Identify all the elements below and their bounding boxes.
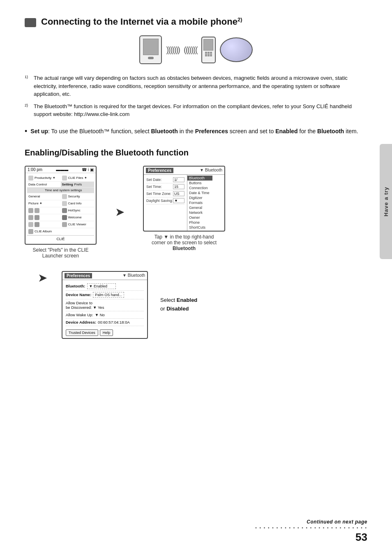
bullet-bold-setup: Set up	[30, 128, 48, 134]
launcher-clie-viewer: CLIE Viewer	[61, 221, 95, 228]
trusted-devices-btn[interactable]: Trusted Devices	[66, 329, 98, 336]
launcher-icon-b	[35, 208, 39, 213]
devname-value[interactable]: Palm OS hand...	[93, 292, 124, 298]
address-value: 00:60:57:04:18:0A	[98, 320, 130, 324]
launcher-general: General	[27, 193, 61, 200]
bullet-bold-preferences: Preferences	[195, 128, 228, 134]
pda-statusbar: 1:00 pm ▬▬▬ ☎ i ▣	[25, 167, 96, 173]
prefs-menu: Bluetooth Buttons Connection Date & Time…	[187, 175, 212, 231]
launcher-grid: Productivity ✦ CLIE Files ✦ Data Control…	[27, 175, 94, 235]
globe-illustration	[220, 37, 253, 62]
pda-footer: CLIÉ	[27, 235, 94, 242]
menu-item-formats[interactable]: Formats	[187, 200, 212, 205]
launcher-icon-card	[62, 201, 67, 206]
help-btn[interactable]: Help	[100, 329, 113, 336]
launcher-icon-ca	[28, 229, 33, 234]
launcher-icon-cv	[62, 222, 67, 227]
launcher-icon-e	[28, 222, 33, 227]
launcher-productivity: Productivity ✦	[27, 175, 61, 182]
prefs2-header-right: ▼ Bluetooth	[122, 273, 145, 278]
footnote-2-text: The Bluetooth™ function is required for …	[34, 102, 367, 118]
discover-label2: be Discovered:	[66, 305, 92, 310]
phone-screen-illustration	[203, 39, 213, 51]
launcher-clie-files: CLIE Files ✦	[61, 175, 95, 182]
prefs2-body: Bluetooth: ▼ Enabled Device Name: Palm O…	[62, 280, 147, 338]
footnote-1-num: 1)	[25, 74, 34, 98]
prefs-fields: Set Date: 1/ Set Time: 15 Set Time Zone:…	[144, 175, 187, 231]
prefs-header: Preferences ▼ Bluetooth	[144, 167, 224, 175]
footnotes: 1) The actual range will vary depending …	[25, 74, 367, 118]
prefs-field-timezone: Set Time Zone: US	[146, 190, 184, 197]
pda-body: Productivity ✦ CLIE Files ✦ Data Control…	[25, 173, 96, 244]
footnote-1: 1) The actual range will vary depending …	[25, 74, 367, 98]
launcher-icon-2	[62, 176, 67, 181]
illustration: ))))))) (((((((	[25, 35, 367, 64]
pda-screen-illustration	[143, 39, 159, 55]
launcher-welcome: Welcome	[61, 214, 95, 221]
launcher-card-info: Card Info	[61, 200, 95, 207]
launcher-icon-wlc	[62, 215, 67, 220]
prefs2-header: Preferences ▼ Bluetooth	[62, 272, 147, 280]
launcher-icon-a	[28, 208, 33, 213]
prefs2-field-devname: Device Name: Palm OS hand...	[66, 291, 144, 299]
pda-status-icons: ☎ i ▣	[82, 167, 94, 172]
prefs-panel-2: Preferences ▼ Bluetooth Bluetooth: ▼ Ena…	[62, 271, 148, 339]
menu-item-general[interactable]: General	[187, 205, 212, 210]
devname-label: Device Name:	[66, 292, 91, 297]
launcher-picture: Picture ✦	[27, 200, 61, 207]
launcher-clie-album: CLIE Album	[27, 228, 61, 235]
bt-label: Bluetooth:	[66, 284, 85, 288]
discover-label1: Allow Device to	[66, 301, 92, 305]
prefs2-buttons: Trusted Devices Help	[66, 329, 144, 336]
prefs-header-left: Preferences	[146, 168, 173, 173]
bullet-dot: •	[25, 127, 27, 137]
launcher-icon-d	[35, 215, 39, 220]
side-caption: Select Enabledor Disabled	[160, 296, 197, 313]
prefs-content: Set Date: 1/ Set Time: 15 Set Time Zone:…	[144, 175, 224, 231]
launcher-setting-prefs: Setting Prefs	[61, 182, 95, 188]
menu-item-buttons[interactable]: Buttons	[187, 181, 212, 185]
prefs-panel-1: Preferences ▼ Bluetooth Set Date: 1/ Set…	[143, 166, 225, 232]
screenshot-1-caption: Select "Prefs" in the CLIE Launcher scre…	[25, 247, 97, 259]
bullet-bold-bluetooth2: Bluetooth	[317, 128, 344, 134]
arrow-2: ➤	[38, 271, 47, 285]
screenshots-row-1: 1:00 pm ▬▬▬ ☎ i ▣ Productivity ✦	[25, 166, 367, 259]
menu-item-bluetooth[interactable]: Bluetooth	[187, 176, 212, 181]
bullet-section: • Set up: To use the Bluetooth™ function…	[25, 127, 367, 137]
prefs-field-date: Set Date: 1/	[146, 176, 184, 183]
prefs-header-right: ▼ Bluetooth	[200, 168, 222, 173]
screenshot-3-block: Preferences ▼ Bluetooth Bluetooth: ▼ Ena…	[62, 271, 148, 339]
caption-enabled: Enabled	[177, 297, 198, 303]
footnote-2: 2) The Bluetooth™ function is required f…	[25, 102, 367, 118]
footnote-2-num: 2)	[25, 103, 34, 118]
launcher-icon	[28, 176, 33, 181]
page-title: Connecting to the Internet via a mobile …	[41, 16, 242, 27]
phone-keypad	[205, 52, 212, 56]
phone-illustration	[201, 37, 216, 63]
footnote-1-text: The actual range will vary depending on …	[34, 74, 367, 98]
continued-text: Continued on next page	[255, 519, 367, 525]
prefs2-field-address: Device Address: 00:60:57:04:18:0A	[66, 319, 144, 326]
menu-item-shortcuts[interactable]: ShortCuts	[187, 225, 212, 230]
launcher-icons-row	[27, 207, 61, 214]
launcher-icon-c	[28, 215, 33, 220]
page-footer: Continued on next page • • • • • • • • •…	[255, 519, 367, 544]
menu-item-connection[interactable]: Connection	[187, 185, 212, 190]
launcher-security: Security	[61, 193, 95, 200]
menu-item-network[interactable]: Network	[187, 210, 212, 215]
bt-value[interactable]: ▼ Enabled	[87, 283, 116, 289]
pda-button-illustration	[148, 57, 154, 59]
prefs2-header-left: Preferences	[65, 273, 92, 278]
wakeup-value: ▼ No	[95, 313, 105, 317]
menu-item-phone[interactable]: Phone	[187, 220, 212, 225]
prefs-field-daylight: Daylight Saving: ▼	[146, 197, 184, 204]
menu-item-digitizer[interactable]: Digitizer	[187, 195, 212, 200]
menu-item-owner[interactable]: Owner	[187, 215, 212, 220]
signal-waves-right: )))))))	[166, 45, 180, 55]
address-label: Device Address:	[66, 320, 96, 324]
launcher-icon-f	[35, 222, 39, 227]
launcher-icon-hs	[62, 208, 67, 213]
bullet-bold-enabled: Enabled	[275, 128, 297, 134]
launcher-icons-row3	[27, 221, 61, 228]
menu-item-datetime[interactable]: Date & Time	[187, 190, 212, 195]
